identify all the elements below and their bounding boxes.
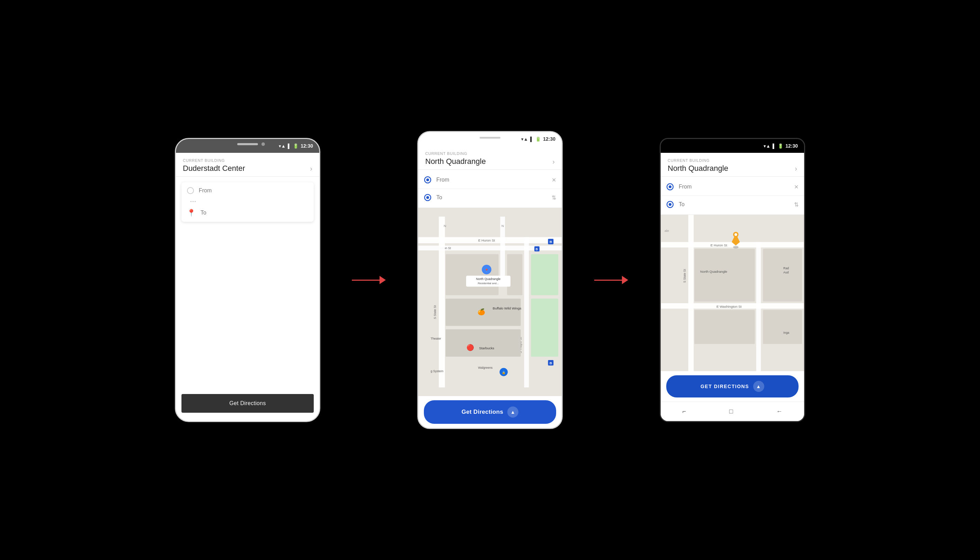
screen-1: CURRENT BUILDING Duderstadt Center › 📍 <box>176 153 319 421</box>
svg-text:S State St: S State St <box>683 269 686 283</box>
wifi-icon-2: ▾▲ <box>521 137 528 142</box>
to-row-3: ⇅ <box>661 195 804 213</box>
building-name-row-1: Duderstadt Center › <box>183 164 312 173</box>
to-swap-icon-2[interactable]: ⇅ <box>551 194 556 201</box>
building-header-3: CURRENT BUILDING North Quadrangle › <box>661 153 804 177</box>
building-header-2: CURRENT BUILDING North Quadrangle › <box>418 146 562 170</box>
svg-text:Aud: Aud <box>783 271 789 274</box>
to-input-2[interactable] <box>436 194 547 201</box>
to-row-1: 📍 <box>181 204 314 222</box>
status-time-2: 12:30 <box>543 136 555 142</box>
chevron-right-2[interactable]: › <box>552 158 555 166</box>
svg-point-67 <box>734 233 737 236</box>
nav-recents-icon-3[interactable]: ← <box>776 408 782 415</box>
signal-icon-2: ▌ <box>530 137 533 142</box>
screen-3: CURRENT BUILDING North Quadrangle › ✕ <box>661 153 804 421</box>
building-name-row-2: North Quadrangle › <box>425 157 555 166</box>
svg-text:Residential and...: Residential and... <box>478 282 499 285</box>
to-icon-1: 📍 <box>187 208 196 217</box>
dot-separator-1 <box>181 199 314 204</box>
from-location-icon-2 <box>424 176 432 184</box>
building-name-1: Duderstadt Center <box>183 164 245 173</box>
svg-point-43 <box>669 185 671 188</box>
directions-panel-2: ✕ ⇅ <box>418 170 562 208</box>
to-input-3[interactable] <box>679 201 789 208</box>
nav-home-icon-3[interactable]: □ <box>729 408 733 415</box>
svg-text:🍊: 🍊 <box>478 308 485 316</box>
svg-text:Inga: Inga <box>783 331 789 334</box>
signal-icon-3: ▌ <box>772 143 776 149</box>
from-location-icon-3 <box>666 183 674 191</box>
svg-rect-56 <box>694 249 755 302</box>
from-input-1[interactable] <box>199 187 308 194</box>
svg-rect-59 <box>763 310 802 344</box>
building-name-row-3: North Quadrangle › <box>668 164 797 173</box>
to-input-1[interactable] <box>201 210 308 216</box>
directions-form-1: 📍 <box>181 182 314 222</box>
svg-text:Starbucks: Starbucks <box>479 346 494 350</box>
svg-text:North Quadrangle: North Quadrangle <box>700 270 727 273</box>
svg-rect-19 <box>507 254 522 295</box>
to-swap-icon-3[interactable]: ⇅ <box>794 201 799 208</box>
get-directions-button-3[interactable]: GET DIRECTIONS ▲ <box>666 375 799 397</box>
svg-rect-18 <box>446 329 521 357</box>
status-bar-3: ▾▲ ▌ 🔋 12:30 <box>661 139 804 153</box>
svg-point-3 <box>426 196 429 199</box>
svg-text:🔒: 🔒 <box>502 371 506 375</box>
map-svg-2: E Huron St Huron St S State St S Thayer … <box>418 208 562 396</box>
arrow-2 <box>590 276 632 284</box>
svg-text:Buffalo Wild Wings: Buffalo Wild Wings <box>493 306 522 310</box>
svg-rect-21 <box>531 299 558 357</box>
to-location-icon-3 <box>666 201 674 208</box>
from-clear-icon-3[interactable]: ✕ <box>794 184 799 190</box>
svg-rect-51 <box>688 215 694 371</box>
status-time-1: 12:30 <box>301 143 313 149</box>
from-input-3[interactable] <box>679 184 789 190</box>
get-directions-label-3: GET DIRECTIONS <box>701 383 749 389</box>
building-label-3: CURRENT BUILDING <box>668 158 797 163</box>
svg-text:📍: 📍 <box>485 268 489 273</box>
screen-2: CURRENT BUILDING North Quadrangle › ✕ <box>418 146 562 428</box>
speaker-2 <box>480 137 500 138</box>
building-label-1: CURRENT BUILDING <box>183 158 312 163</box>
svg-point-45 <box>669 203 671 206</box>
bottom-nav-3: ⌐ □ ← <box>661 402 804 421</box>
get-directions-button-2[interactable]: Get Directions ▲ <box>424 400 556 424</box>
from-input-2[interactable] <box>436 177 547 183</box>
battery-icon-1: 🔋 <box>293 143 299 149</box>
status-time-3: 12:30 <box>786 143 798 149</box>
svg-text:Theater: Theater <box>430 337 441 340</box>
building-header-1: CURRENT BUILDING Duderstadt Center › <box>176 153 319 177</box>
building-name-3: North Quadrangle <box>668 164 728 173</box>
battery-icon-3: 🔋 <box>778 143 783 149</box>
svg-rect-53 <box>756 242 761 371</box>
to-row-2: ⇅ <box>418 188 562 206</box>
svg-text:S State St: S State St <box>433 305 437 319</box>
directions-panel-3: ✕ ⇅ <box>661 177 804 215</box>
to-location-icon-2 <box>424 194 432 201</box>
from-clear-icon-2[interactable]: ✕ <box>551 177 556 183</box>
svg-text:ale: ale <box>664 229 669 233</box>
svg-text:g System: g System <box>430 369 443 373</box>
nav-arrow-2: ▲ <box>507 407 518 418</box>
nav-back-icon-3[interactable]: ⌐ <box>682 408 686 415</box>
svg-rect-9 <box>439 217 445 387</box>
get-directions-button-1[interactable]: Get Directions <box>181 394 314 413</box>
battery-icon-2: 🔋 <box>535 137 541 142</box>
dot-2 <box>193 201 194 202</box>
svg-rect-20 <box>531 254 558 295</box>
svg-text:🔴: 🔴 <box>467 344 474 352</box>
from-icon-1 <box>187 187 194 194</box>
chevron-right-1[interactable]: › <box>310 165 312 173</box>
svg-text:E Huron St: E Huron St <box>711 243 727 247</box>
map-svg-3: E Huron St E Washington St S State St S … <box>661 215 804 371</box>
dot-1 <box>191 201 191 202</box>
phone-3: ▾▲ ▌ 🔋 12:30 CURRENT BUILDING North Quad… <box>660 138 805 422</box>
svg-text:N: N <box>443 224 446 228</box>
get-directions-label-2: Get Directions <box>462 408 503 415</box>
svg-text:B: B <box>550 361 552 365</box>
chevron-right-3[interactable]: › <box>795 165 797 173</box>
speaker-1 <box>237 143 258 145</box>
wifi-icon-1: ▾▲ <box>279 143 286 149</box>
from-row-3: ✕ <box>661 178 804 195</box>
